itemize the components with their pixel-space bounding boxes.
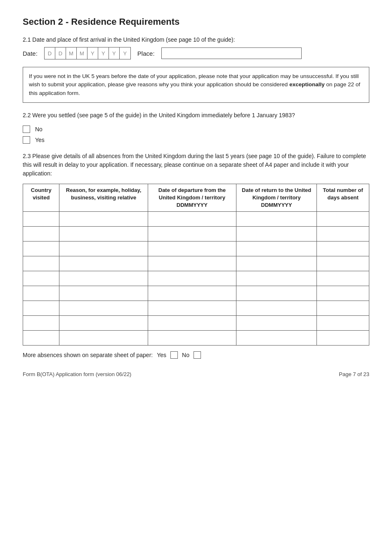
cell-reason-7[interactable] [59,301,148,316]
info-box-bold: exceptionally [289,81,325,88]
cell-return-2[interactable] [236,227,316,241]
more-absences-yes-checkbox[interactable] [170,351,178,359]
table-row [23,271,369,286]
no-label: No [35,126,43,133]
cell-reason-3[interactable] [59,241,148,256]
page-title: Section 2 - Residence Requirements [23,17,369,27]
col-header-reason: Reason, for example, holiday, business, … [59,184,148,212]
cell-reason-9[interactable] [59,331,148,346]
cell-country-1[interactable] [23,212,59,227]
footer: Form B(OTA) Application form (version 06… [23,371,369,377]
cell-return-8[interactable] [236,316,316,331]
table-row [23,241,369,256]
table-row [23,227,369,241]
cell-departure-1[interactable] [148,212,236,227]
cell-reason-2[interactable] [59,227,148,241]
cell-return-4[interactable] [236,256,316,271]
date-box-y2[interactable]: Y [98,47,109,59]
cell-country-2[interactable] [23,227,59,241]
footer-left: Form B(OTA) Application form (version 06… [23,371,131,377]
yes-checkbox[interactable] [23,136,30,144]
section-2-2-label: 2.2 Were you settled (see page 5 of the … [23,111,369,120]
cell-departure-2[interactable] [148,227,236,241]
more-absences-no-checkbox[interactable] [194,351,201,359]
cell-departure-7[interactable] [148,301,236,316]
cell-departure-9[interactable] [148,331,236,346]
cell-reason-4[interactable] [59,256,148,271]
col-header-country: Country visited [23,184,59,212]
date-label: Date: [23,50,38,57]
more-absences-no-label: No [182,352,189,358]
table-row [23,212,369,227]
cell-country-6[interactable] [23,286,59,301]
date-box-d2[interactable]: D [55,47,66,59]
col-header-return: Date of return to the United Kingdom / t… [236,184,316,212]
cell-return-6[interactable] [236,286,316,301]
date-box-y3[interactable]: Y [109,47,120,59]
date-box-y1[interactable]: Y [87,47,98,59]
cell-days-8[interactable] [317,316,369,331]
cell-days-2[interactable] [317,227,369,241]
section-2-3-label: 2.3 Please give details of all absences … [23,152,369,178]
date-box-y4[interactable]: Y [120,47,130,59]
cell-reason-6[interactable] [59,286,148,301]
date-box-m1[interactable]: M [66,47,77,59]
checkboxes-2-2: No Yes [23,125,369,144]
cell-return-7[interactable] [236,301,316,316]
cell-reason-8[interactable] [59,316,148,331]
info-box: If you were not in the UK 5 years before… [23,67,369,103]
table-row [23,301,369,316]
cell-reason-5[interactable] [59,271,148,286]
date-box-d1[interactable]: D [45,47,55,59]
place-input[interactable] [161,47,302,59]
cell-return-9[interactable] [236,331,316,346]
table-header-row: Country visited Reason, for example, hol… [23,184,369,212]
col-header-departure: Date of departure from the United Kingdo… [148,184,236,212]
date-box-m2[interactable]: M [77,47,87,59]
cell-days-6[interactable] [317,286,369,301]
section-2-1-label: 2.1 Date and place of first arrival in t… [23,36,369,43]
cell-country-8[interactable] [23,316,59,331]
cell-return-3[interactable] [236,241,316,256]
place-label: Place: [137,50,155,57]
more-absences-row: More absences shown on separate sheet of… [23,351,369,359]
table-row [23,316,369,331]
cell-days-3[interactable] [317,241,369,256]
cell-return-1[interactable] [236,212,316,227]
cell-days-5[interactable] [317,271,369,286]
table-row [23,286,369,301]
date-boxes[interactable]: D D M M Y Y Y Y [44,47,131,59]
cell-departure-3[interactable] [148,241,236,256]
cell-departure-5[interactable] [148,271,236,286]
more-absences-label: More absences shown on separate sheet of… [23,352,153,358]
cell-days-7[interactable] [317,301,369,316]
cell-country-9[interactable] [23,331,59,346]
cell-departure-8[interactable] [148,316,236,331]
date-place-row: Date: D D M M Y Y Y Y Place: [23,47,369,59]
cell-days-1[interactable] [317,212,369,227]
cell-days-9[interactable] [317,331,369,346]
cell-reason-1[interactable] [59,212,148,227]
cell-departure-4[interactable] [148,256,236,271]
yes-row: Yes [23,136,369,144]
cell-country-5[interactable] [23,271,59,286]
cell-departure-6[interactable] [148,286,236,301]
no-checkbox[interactable] [23,125,30,133]
cell-return-5[interactable] [236,271,316,286]
table-row [23,331,369,346]
footer-right: Page 7 of 23 [339,371,369,377]
yes-label: Yes [35,137,45,143]
no-row: No [23,125,369,133]
cell-country-3[interactable] [23,241,59,256]
cell-country-4[interactable] [23,256,59,271]
cell-country-7[interactable] [23,301,59,316]
table-row [23,256,369,271]
absences-table: Country visited Reason, for example, hol… [23,184,369,346]
col-header-days: Total number of days absent [317,184,369,212]
more-absences-yes-label: Yes [157,352,166,358]
cell-days-4[interactable] [317,256,369,271]
